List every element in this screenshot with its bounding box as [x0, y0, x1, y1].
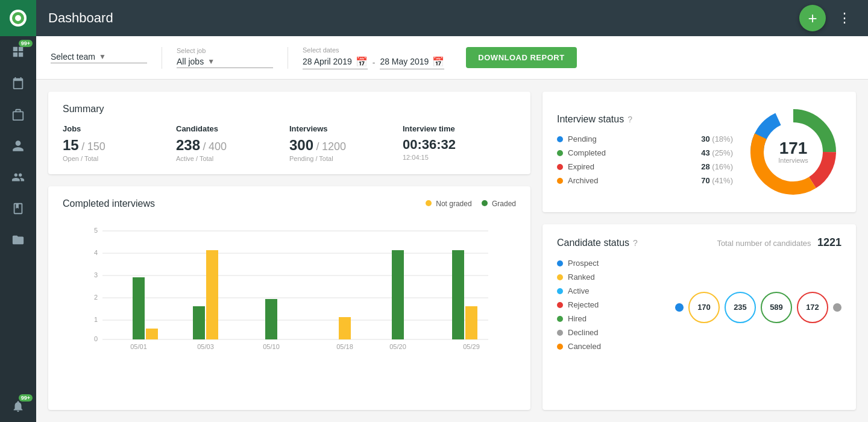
sidebar-item-group[interactable]: [0, 162, 36, 193]
sidebar-item-folder[interactable]: [0, 224, 36, 256]
summary-grid: Jobs 15 / 150 Open / Total Candidates 23…: [63, 124, 516, 162]
hired-dot: [557, 316, 563, 322]
total-label: Total number of candidates: [717, 239, 811, 248]
candidate-body: Prospect Ranked Active: [557, 259, 841, 356]
job-select[interactable]: All jobs ▼: [177, 57, 273, 68]
download-report-button[interactable]: DOWNLOAD REPORT: [466, 47, 576, 68]
right-column: Interview status ? Pending 30 (18%) Comp…: [542, 92, 856, 410]
bar-05-20-graded: [392, 250, 404, 339]
not-graded-dot: [426, 200, 432, 206]
interviews-label: Interviews: [289, 124, 403, 133]
bar-05-18-not-graded: [339, 317, 351, 339]
candidate-total: Total number of candidates 1221: [717, 236, 841, 249]
interviews-total: 1200: [322, 140, 346, 153]
sidebar-logo[interactable]: [0, 0, 36, 36]
date-from-value: 28 April 2019: [303, 57, 352, 66]
pending-label: Pending: [568, 134, 597, 143]
archived-count: 70 (41%): [701, 176, 733, 185]
date-to-value: 28 May 2019: [380, 57, 429, 66]
add-button[interactable]: +: [799, 5, 826, 31]
status-pending: Pending 30 (18%): [557, 134, 733, 143]
date-from-field[interactable]: 28 April 2019 📅: [303, 56, 368, 69]
candidate-help-icon[interactable]: ?: [633, 238, 638, 248]
chart-title: Completed interviews: [63, 198, 155, 209]
chart-legend: Not graded Graded: [426, 200, 516, 208]
expired-label: Expired: [568, 162, 594, 171]
date-filter-label: Select dates: [303, 46, 444, 54]
sidebar-badge-top: 99+: [19, 40, 33, 47]
job-filter-label: Select job: [177, 47, 273, 54]
svg-text:4: 4: [94, 249, 98, 256]
donut-label: Interviews: [778, 157, 808, 164]
prospect-label: Prospect: [568, 259, 599, 268]
summary-card: Summary Jobs 15 / 150 Open / Total Candi…: [48, 92, 530, 174]
completed-interviews-card: Completed interviews Not graded Graded: [48, 186, 530, 410]
bar-05-01-graded: [133, 277, 145, 339]
candidate-rejected: Rejected: [557, 300, 668, 309]
svg-text:05/20: 05/20: [389, 343, 406, 350]
date-to-field[interactable]: 28 May 2019 📅: [380, 56, 444, 69]
sidebar-item-person[interactable]: [0, 130, 36, 162]
ranked-label: Ranked: [568, 272, 595, 282]
jobs-sub: Open / Total: [63, 155, 176, 162]
candidates-label: Candidates: [176, 124, 289, 133]
more-menu-button[interactable]: ⋮: [833, 8, 856, 28]
candidate-ranked: Ranked: [557, 272, 668, 282]
candidates-sub: Active / Total: [176, 155, 289, 162]
svg-text:5: 5: [94, 227, 98, 234]
rejected-label: Rejected: [568, 300, 599, 309]
pending-dot: [557, 136, 563, 142]
interview-help-icon[interactable]: ?: [627, 115, 632, 124]
declined-label: Declined: [568, 328, 599, 337]
jobs-label: Jobs: [63, 124, 176, 133]
job-select-arrow: ▼: [207, 57, 215, 66]
team-select-arrow: ▼: [99, 52, 106, 61]
active-label: Active: [568, 286, 589, 295]
filter-divider-2: [288, 47, 288, 69]
svg-text:05/10: 05/10: [263, 343, 280, 350]
declined-dot: [557, 330, 563, 336]
interviews-sub: Pending / Total: [289, 155, 403, 162]
page-title: Dashboard: [48, 10, 113, 26]
sidebar-item-briefcase[interactable]: [0, 99, 36, 130]
svg-text:05/01: 05/01: [130, 343, 147, 350]
completed-label: Completed: [568, 148, 606, 157]
date-separator: -: [373, 58, 376, 68]
filter-bar: Select team ▼ Select job All jobs ▼ Sele…: [36, 36, 868, 80]
sidebar-item-notifications[interactable]: 99+: [0, 391, 36, 422]
bar-05-03-not-graded: [206, 250, 218, 339]
candidate-status-title: Candidate status ?: [557, 238, 638, 248]
sidebar-badge-bottom: 99+: [19, 394, 33, 402]
candidate-prospect: Prospect: [557, 259, 668, 268]
rejected-dot: [557, 302, 563, 308]
date-filter: Select dates 28 April 2019 📅 - 28 May 20…: [303, 46, 444, 69]
prospect-circle: [675, 303, 684, 312]
svg-text:0: 0: [94, 335, 98, 342]
topbar: Dashboard + ⋮: [36, 0, 868, 36]
sidebar-item-grid[interactable]: 99+: [0, 36, 36, 68]
prospect-dot: [557, 260, 563, 266]
sidebar-item-book[interactable]: [0, 193, 36, 224]
donut-chart: 171 Interviews: [745, 104, 841, 200]
completed-count: 43 (25%): [701, 148, 733, 157]
team-select[interactable]: Select team ▼: [51, 52, 147, 63]
bar-05-01-not-graded: [146, 329, 158, 339]
legend-not-graded: Not graded: [426, 200, 472, 208]
candidate-declined: Declined: [557, 328, 668, 337]
left-column: Summary Jobs 15 / 150 Open / Total Candi…: [48, 92, 530, 410]
hired-circle: 589: [761, 292, 792, 323]
pending-count: 30 (18%): [701, 134, 733, 143]
expired-count: 28 (16%): [701, 162, 733, 171]
bar-05-10-graded: [265, 299, 277, 339]
donut-number: 171: [778, 140, 808, 157]
job-filter: Select job All jobs ▼: [177, 47, 273, 68]
summary-jobs: Jobs 15 / 150 Open / Total: [63, 124, 176, 162]
time-label: Interview time: [403, 124, 516, 133]
svg-text:3: 3: [94, 271, 98, 279]
candidates-active: 238: [176, 137, 200, 153]
legend-graded: Graded: [482, 200, 516, 208]
svg-text:05/03: 05/03: [197, 343, 214, 350]
bar-05-03-graded: [193, 306, 205, 339]
candidate-canceled: Canceled: [557, 342, 668, 351]
sidebar-item-calendar[interactable]: [0, 68, 36, 99]
